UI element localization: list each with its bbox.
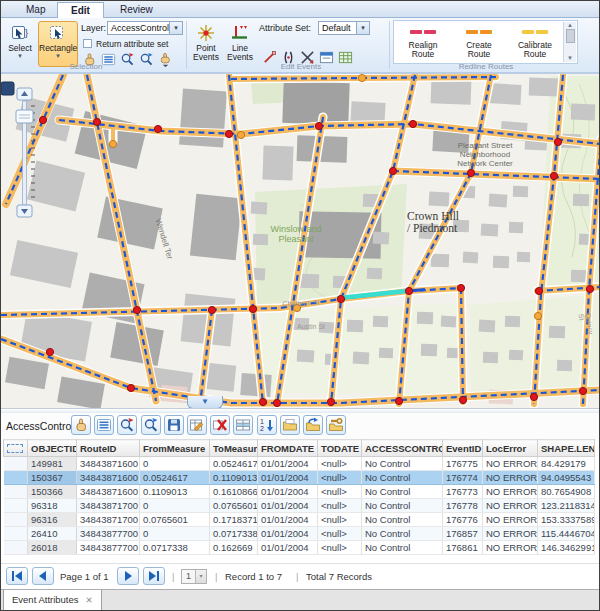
cell-shape-len[interactable]: 94.0495543: [538, 471, 595, 485]
cell-locerror[interactable]: NO ERROR: [483, 527, 538, 541]
selection-table-button[interactable]: [233, 415, 253, 435]
cell-locerror[interactable]: NO ERROR: [483, 499, 538, 513]
cell-tomeasure[interactable]: 0.1718371: [210, 513, 258, 527]
layer-combobox[interactable]: AccessControl_A ▾: [107, 21, 183, 35]
cell-eventid[interactable]: 176774: [443, 471, 483, 485]
last-page-button[interactable]: [143, 567, 165, 585]
create-route-button[interactable]: Create Route: [456, 25, 502, 59]
line-events-button[interactable]: Line Events: [223, 21, 257, 67]
cell-routeid[interactable]: 34843871600: [77, 485, 140, 499]
tab-map[interactable]: Map: [13, 2, 58, 18]
cell-objectid[interactable]: 26018: [28, 541, 77, 555]
table-row[interactable]: 96316348438717000.07656010.171837101/01/…: [4, 513, 595, 527]
column-header-objectid[interactable]: OBJECTID: [28, 440, 77, 457]
cell-tomeasure[interactable]: 0.1109013: [210, 471, 258, 485]
row-selector[interactable]: [4, 457, 28, 471]
first-page-button[interactable]: [6, 567, 28, 585]
cell-todate[interactable]: <null>: [318, 485, 362, 499]
row-selector[interactable]: [4, 513, 28, 527]
table-row[interactable]: 26018348438777000.07173380.16266901/01/2…: [4, 541, 595, 555]
cell-frommeasure[interactable]: 0.0765601: [140, 513, 210, 527]
cell-frommeasure[interactable]: 0: [140, 499, 210, 513]
cell-frommeasure[interactable]: 0.0524617: [140, 471, 210, 485]
cell-eventid[interactable]: 176861: [443, 541, 483, 555]
cell-locerror[interactable]: NO ERROR: [483, 541, 538, 555]
cell-accesscontrol[interactable]: No Control: [362, 485, 443, 499]
cell-fromdate[interactable]: 01/01/2004: [258, 485, 318, 499]
cell-accesscontrol[interactable]: No Control: [362, 457, 443, 471]
cell-todate[interactable]: <null>: [318, 527, 362, 541]
column-header-todate[interactable]: TODATE: [318, 440, 362, 457]
select-hand-button[interactable]: [71, 415, 91, 435]
cell-tomeasure[interactable]: 0.0765601: [210, 499, 258, 513]
cell-tomeasure[interactable]: 0.162669: [210, 541, 258, 555]
table-row[interactable]: 963183484387170000.076560101/01/2004<nul…: [4, 499, 595, 513]
cell-objectid[interactable]: 150367: [28, 471, 77, 485]
cell-routeid[interactable]: 34843871600: [77, 471, 140, 485]
cell-fromdate[interactable]: 01/01/2004: [258, 499, 318, 513]
page-number-select[interactable]: 1 ▾: [181, 569, 207, 584]
column-header-accesscontrol[interactable]: ACCESSCONTROL: [362, 440, 443, 457]
cell-objectid[interactable]: 149981: [28, 457, 77, 471]
row-selector[interactable]: [4, 485, 28, 499]
cell-accesscontrol[interactable]: No Control: [362, 541, 443, 555]
cell-shape-len[interactable]: 123.2118314: [538, 499, 595, 513]
point-events-button[interactable]: Point Events: [189, 21, 223, 67]
selection-options-icon[interactable]: [157, 52, 174, 67]
cell-locerror[interactable]: NO ERROR: [483, 513, 538, 527]
cell-frommeasure[interactable]: 0.0717338: [140, 541, 210, 555]
cell-accesscontrol[interactable]: No Control: [362, 527, 443, 541]
column-header-shape-len[interactable]: SHAPE.LEN: [538, 440, 595, 457]
layer-dropdown-icon[interactable]: ▾: [169, 22, 182, 34]
cell-eventid[interactable]: 176773: [443, 485, 483, 499]
column-header-locerror[interactable]: LocError: [483, 440, 538, 457]
cell-fromdate[interactable]: 01/01/2004: [258, 527, 318, 541]
row-selector[interactable]: [4, 471, 28, 485]
row-selector[interactable]: [4, 499, 28, 513]
cell-locerror[interactable]: NO ERROR: [483, 471, 538, 485]
select-tool-button[interactable]: } Select ▾: [3, 21, 37, 67]
cell-frommeasure[interactable]: 0: [140, 457, 210, 471]
tab-event-attributes[interactable]: Event Attributes✕: [3, 590, 102, 611]
cell-tomeasure[interactable]: 0.0524617: [210, 457, 258, 471]
cell-routeid[interactable]: 34843871600: [77, 457, 140, 471]
pan-to-selection-icon[interactable]: [138, 52, 155, 67]
table-row[interactable]: 264103484387770000.071733801/01/2004<nul…: [4, 527, 595, 541]
tab-review[interactable]: Review: [107, 2, 166, 18]
save-button[interactable]: [164, 415, 184, 435]
cell-accesscontrol[interactable]: No Control: [362, 499, 443, 513]
edit-attributes-button[interactable]: [187, 415, 207, 435]
cell-objectid[interactable]: 150366: [28, 485, 77, 499]
row-selector[interactable]: [4, 541, 28, 555]
table-row[interactable]: 150366348438716000.11090130.161086601/01…: [4, 485, 595, 499]
cell-objectid[interactable]: 96318: [28, 499, 77, 513]
cell-shape-len[interactable]: 153.3337589: [538, 513, 595, 527]
return-attribute-set-checkbox[interactable]: [83, 39, 92, 48]
cell-locerror[interactable]: NO ERROR: [483, 485, 538, 499]
cell-objectid[interactable]: 26410: [28, 527, 77, 541]
sort-button[interactable]: 12: [257, 415, 277, 435]
cell-locerror[interactable]: NO ERROR: [483, 457, 538, 471]
cell-fromdate[interactable]: 01/01/2004: [258, 541, 318, 555]
cell-todate[interactable]: <null>: [318, 499, 362, 513]
tools-button[interactable]: [326, 415, 346, 435]
cell-todate[interactable]: <null>: [318, 513, 362, 527]
cell-accesscontrol[interactable]: No Control: [362, 513, 443, 527]
export-button[interactable]: [280, 415, 300, 435]
zoom-slider-handle[interactable]: [16, 110, 33, 123]
cell-routeid[interactable]: 34843877700: [77, 527, 140, 541]
column-header-frommeasure[interactable]: FromMeasure: [140, 440, 210, 457]
column-header-tomeasure[interactable]: ToMeasure: [210, 440, 258, 457]
list-button[interactable]: [94, 415, 114, 435]
cell-tomeasure[interactable]: 0.1610866: [210, 485, 258, 499]
cell-objectid[interactable]: 96316: [28, 513, 77, 527]
previous-page-button[interactable]: [32, 567, 54, 585]
cell-fromdate[interactable]: 01/01/2004: [258, 471, 318, 485]
column-header-routeid[interactable]: RouteID: [77, 440, 140, 457]
cell-routeid[interactable]: 34843871700: [77, 499, 140, 513]
cell-todate[interactable]: <null>: [318, 541, 362, 555]
attribute-set-dropdown-icon[interactable]: ▾: [356, 22, 369, 34]
attribute-set-combobox[interactable]: Default ▾: [318, 21, 370, 35]
cell-fromdate[interactable]: 01/01/2004: [258, 513, 318, 527]
cell-eventid[interactable]: 176775: [443, 457, 483, 471]
